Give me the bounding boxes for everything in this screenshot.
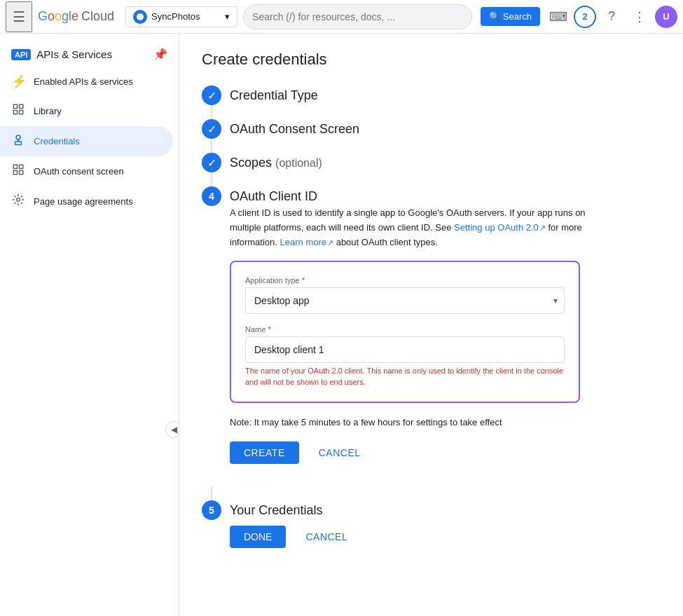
search-bar[interactable] xyxy=(243,4,472,29)
step-2-connector xyxy=(211,139,212,153)
done-button[interactable]: DONE xyxy=(230,526,286,548)
app-type-label: Application type * xyxy=(245,276,565,285)
step-3-connector xyxy=(211,172,212,186)
sidebar-item-label: Page usage agreements xyxy=(34,196,133,207)
help-icon-button[interactable]: ? xyxy=(599,4,624,29)
steps-container: ✓ Credential Type ✓ OAuth Consent Screen… xyxy=(202,85,661,554)
step-1-connector xyxy=(211,105,212,119)
search-button[interactable]: 🔍 Search xyxy=(481,7,540,26)
oauth-consent-icon xyxy=(11,163,25,179)
step-3-header: ✓ Scopes (optional) xyxy=(202,153,661,172)
setup-oauth-link[interactable]: Setting up OAuth 2.0 xyxy=(454,222,546,233)
app-body: API APIs & Services 📌 ⚡ Enabled APIs & s… xyxy=(0,34,683,616)
collapse-sidebar-button[interactable]: ◀ xyxy=(165,421,179,438)
project-name: SyncPhotos xyxy=(151,11,200,22)
step-5-header: 5 Your Credentials xyxy=(202,500,661,520)
step-2-check-icon: ✓ xyxy=(202,119,221,139)
search-button-label: Search xyxy=(503,11,532,22)
api-badge: API xyxy=(11,49,31,60)
step-1-header: ✓ Credential Type xyxy=(202,85,661,105)
create-button[interactable]: CREATE xyxy=(230,442,299,464)
sidebar-item-page-usage[interactable]: Page usage agreements xyxy=(0,186,173,217)
search-icon: 🔍 xyxy=(489,11,500,22)
user-avatar[interactable]: U xyxy=(655,6,677,28)
svg-point-4 xyxy=(16,135,20,139)
step-5-buttons: DONE CANCEL xyxy=(230,526,661,548)
app-type-select[interactable]: Desktop app Web application Android iOS … xyxy=(245,287,565,314)
sidebar-item-library[interactable]: Library xyxy=(0,96,173,126)
step-1-label: Credential Type xyxy=(230,88,318,103)
sidebar-header: API APIs & Services 📌 xyxy=(0,39,179,67)
app-type-select-wrap: Desktop app Web application Android iOS … xyxy=(245,287,565,314)
svg-rect-1 xyxy=(20,104,23,108)
sidebar-title: APIs & Services xyxy=(36,48,112,60)
name-input[interactable] xyxy=(245,336,565,363)
svg-point-10 xyxy=(17,198,20,202)
svg-rect-0 xyxy=(13,104,17,108)
project-icon xyxy=(133,10,147,24)
sidebar-item-enabled-apis[interactable]: ⚡ Enabled APIs & services xyxy=(0,67,173,96)
cancel-button[interactable]: CANCEL xyxy=(308,442,372,464)
sidebar: API APIs & Services 📌 ⚡ Enabled APIs & s… xyxy=(0,34,179,616)
step-3-check-icon: ✓ xyxy=(202,153,221,172)
menu-icon[interactable]: ☰ xyxy=(6,1,32,32)
name-field-hint: The name of your OAuth 2.0 client. This … xyxy=(245,366,565,388)
sidebar-item-label: Enabled APIs & services xyxy=(34,76,133,87)
enabled-apis-icon: ⚡ xyxy=(11,74,25,89)
sidebar-item-label: Library xyxy=(34,106,62,116)
svg-rect-2 xyxy=(13,111,17,114)
step-4-connector xyxy=(211,486,212,500)
page-title: Create credentials xyxy=(202,50,661,69)
svg-rect-9 xyxy=(20,171,23,174)
google-logo-text: Google xyxy=(38,9,78,24)
project-dropdown-icon: ▾ xyxy=(225,11,230,22)
project-selector[interactable]: SyncPhotos ▾ xyxy=(125,6,237,27)
more-options-icon-button[interactable]: ⋮ xyxy=(627,4,652,29)
step-2-header: ✓ OAuth Consent Screen xyxy=(202,119,661,139)
svg-rect-7 xyxy=(20,165,23,168)
name-field: Name * The name of your OAuth 2.0 client… xyxy=(245,325,565,388)
step-5-number: 5 xyxy=(202,500,221,520)
step-4-label: OAuth Client ID xyxy=(230,189,317,204)
step-5-body: DONE CANCEL xyxy=(230,520,661,548)
svg-rect-5 xyxy=(15,142,22,145)
step-4-number: 4 xyxy=(202,186,221,206)
svg-rect-3 xyxy=(20,111,23,114)
oauth-client-form: Application type * Desktop app Web appli… xyxy=(230,261,580,403)
navbar: ☰ Google Cloud SyncPhotos ▾ 🔍 Search ⌨ 2… xyxy=(0,0,683,34)
credentials-icon xyxy=(11,133,25,149)
main-content: Create credentials ✓ Credential Type ✓ O… xyxy=(179,34,683,616)
sidebar-item-label: Credentials xyxy=(34,136,80,146)
step-4-body: A client ID is used to identify a single… xyxy=(230,206,661,481)
google-cloud-logo: Google Cloud xyxy=(38,9,114,24)
step-4-buttons: CREATE CANCEL xyxy=(230,442,661,464)
step-5-cancel-button[interactable]: CANCEL xyxy=(294,526,359,548)
step-1-check-icon: ✓ xyxy=(202,85,221,105)
step-3-label: Scopes (optional) xyxy=(230,156,322,170)
sidebar-pin-icon[interactable]: 📌 xyxy=(153,48,167,61)
step-5-label: Your Credentials xyxy=(230,503,322,518)
learn-more-link[interactable]: Learn more xyxy=(280,237,333,247)
step-4-description: A client ID is used to identify a single… xyxy=(230,206,594,249)
library-icon xyxy=(11,103,25,119)
sidebar-item-oauth-consent[interactable]: OAuth consent screen xyxy=(0,156,173,186)
svg-rect-6 xyxy=(13,165,17,168)
name-label: Name * xyxy=(245,325,565,334)
cloud-logo-text: Cloud xyxy=(81,9,114,24)
step-2-label: OAuth Consent Screen xyxy=(230,122,359,137)
page-usage-icon xyxy=(11,193,25,210)
app-type-field: Application type * Desktop app Web appli… xyxy=(245,276,565,314)
notification-badge[interactable]: 2 xyxy=(574,6,596,28)
badge-count: 2 xyxy=(582,11,587,22)
sidebar-item-credentials[interactable]: Credentials xyxy=(0,126,173,156)
search-input[interactable] xyxy=(252,11,463,22)
svg-rect-8 xyxy=(13,171,17,174)
terminal-icon-button[interactable]: ⌨ xyxy=(546,4,571,29)
note-text: Note: It may take 5 minutes to a few hou… xyxy=(230,417,580,427)
navbar-actions: ⌨ 2 ? ⋮ U xyxy=(546,4,677,29)
step-4-header: 4 OAuth Client ID xyxy=(202,186,661,206)
sidebar-item-label: OAuth consent screen xyxy=(34,166,124,177)
